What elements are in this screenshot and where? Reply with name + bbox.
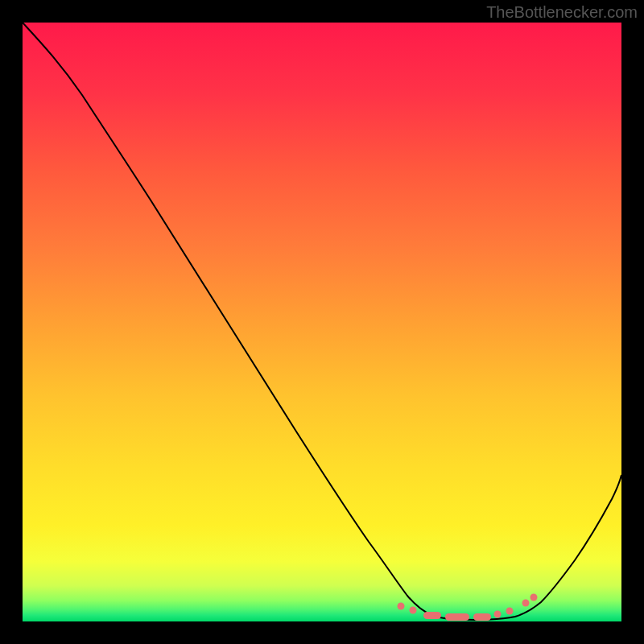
- marker-dot: [398, 603, 405, 610]
- chart-container: [23, 23, 621, 621]
- watermark-text: TheBottlenecker.com: [486, 3, 638, 22]
- marker-dash: [423, 612, 441, 619]
- marker-dot: [494, 611, 502, 618]
- marker-dash: [473, 613, 491, 621]
- marker-dot: [522, 600, 530, 607]
- marker-dot: [506, 608, 514, 615]
- bottleneck-curve-svg: [23, 23, 621, 621]
- marker-dash: [445, 613, 469, 621]
- marker-dot: [410, 607, 417, 614]
- marker-dot: [530, 594, 538, 601]
- bottleneck-curve-path: [23, 23, 621, 620]
